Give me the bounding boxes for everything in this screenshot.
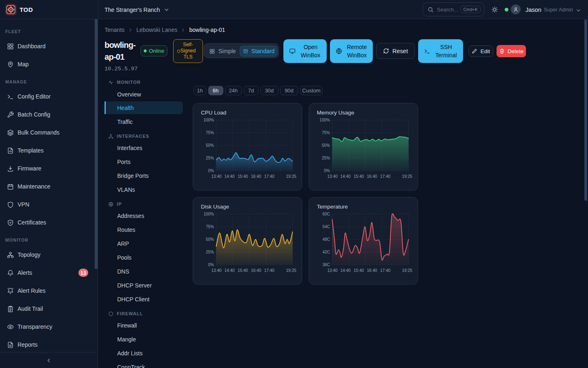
svg-text:17:40: 17:40 [380,174,390,179]
svg-text:19:25: 19:25 [402,174,412,179]
svg-text:75%: 75% [206,130,214,135]
svg-text:0%: 0% [208,263,214,267]
svg-text:25%: 25% [206,250,214,254]
svg-text:17:40: 17:40 [264,174,274,179]
svg-text:15:40: 15:40 [354,268,364,273]
svg-text:16:40: 16:40 [367,174,377,179]
svg-text:16:40: 16:40 [367,268,377,273]
svg-text:25%: 25% [206,156,214,160]
svg-text:14:40: 14:40 [224,268,234,273]
svg-text:13:40: 13:40 [327,268,337,273]
svg-text:15:40: 15:40 [238,174,248,179]
svg-text:100%: 100% [203,118,214,122]
svg-text:100%: 100% [319,118,330,122]
svg-text:16:40: 16:40 [251,174,261,179]
svg-text:0%: 0% [324,168,330,173]
svg-text:60C: 60C [323,212,330,216]
svg-text:19:25: 19:25 [402,268,412,273]
svg-text:36C: 36C [323,263,330,267]
svg-text:16:40: 16:40 [251,268,261,273]
svg-text:13:40: 13:40 [327,174,337,179]
svg-text:13:40: 13:40 [211,174,221,179]
svg-text:75%: 75% [322,130,330,135]
svg-text:14:40: 14:40 [340,174,350,179]
svg-text:50%: 50% [206,237,214,242]
svg-text:14:40: 14:40 [224,174,234,179]
svg-text:19:25: 19:25 [286,268,296,273]
svg-text:17:40: 17:40 [264,268,274,273]
svg-text:50%: 50% [206,143,214,148]
svg-text:15:40: 15:40 [354,174,364,179]
svg-text:25%: 25% [322,156,330,160]
svg-text:15:40: 15:40 [238,268,248,273]
svg-text:100%: 100% [203,212,214,216]
svg-text:54C: 54C [323,224,330,229]
svg-text:75%: 75% [206,224,214,229]
svg-text:42C: 42C [323,250,330,254]
svg-text:50%: 50% [322,143,330,148]
svg-text:19:25: 19:25 [286,174,296,179]
svg-text:0%: 0% [208,168,214,173]
svg-text:13:40: 13:40 [211,268,221,273]
svg-text:14:40: 14:40 [340,268,350,273]
svg-text:48C: 48C [323,237,330,242]
svg-text:17:40: 17:40 [380,268,390,273]
